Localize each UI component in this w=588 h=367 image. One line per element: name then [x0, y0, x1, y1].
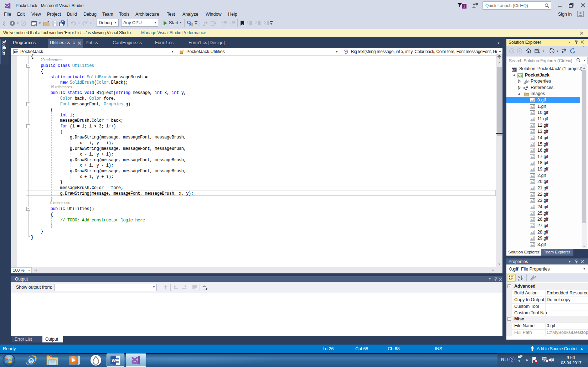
svg-text:ab: ab — [202, 285, 206, 288]
svg-text:2: 2 — [229, 21, 231, 24]
svg-text:C#: C# — [14, 50, 18, 54]
svg-text:?: ? — [511, 358, 513, 361]
svg-text:C#: C# — [518, 74, 522, 78]
svg-text:W: W — [112, 358, 116, 363]
svg-text:Z: Z — [518, 278, 520, 281]
